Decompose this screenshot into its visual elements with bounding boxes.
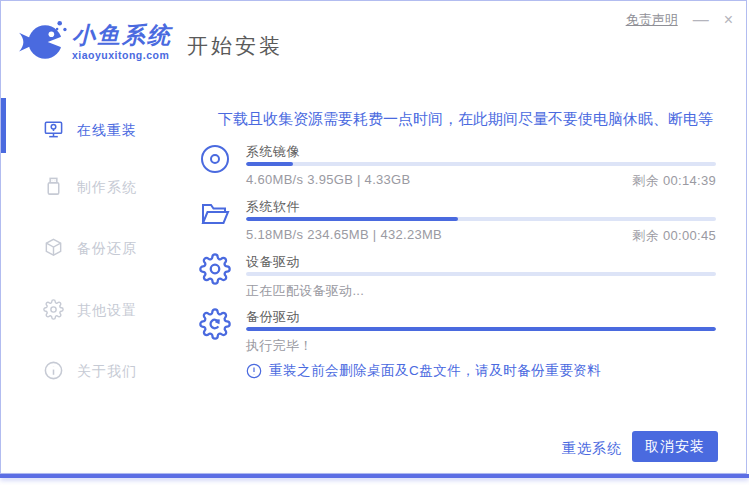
disc-icon [199,143,231,175]
window-bottom-strip [0,474,749,478]
gear-sync-icon [199,308,231,340]
task-row-system-software: 系统软件 5.18MB/s 234.65MB | 432.23MB 剩余 00:… [199,195,716,250]
task-row-backup-driver: 备份驱动 执行完毕！ [199,305,716,360]
sidebar-item-label: 关于我们 [77,363,137,381]
brand-block: 小鱼系统 xiaoyuxitong.com [72,22,172,61]
sidebar-item-label: 制作系统 [77,179,137,197]
task-status-left: 正在匹配设备驱动... [246,282,364,300]
reselect-system-link[interactable]: 重选系统 [559,440,625,458]
progress-fill [246,162,293,166]
task-status-left: 执行完毕！ [246,337,313,355]
task-row-device-driver: 设备驱动 正在匹配设备驱动... [199,250,716,305]
brand-domain: xiaoyuxitong.com [72,49,172,61]
monitor-reinstall-icon [43,119,64,143]
page-title: 开始安装 [187,32,283,60]
backup-warning: 重装之前会删除桌面及C盘文件，请及时备份重要资料 [246,362,601,380]
warning-icon [246,363,262,379]
task-remaining-time: 剩余 00:14:39 [632,172,716,190]
progress-fill [246,217,458,221]
warning-text: 重装之前会删除桌面及C盘文件，请及时备份重要资料 [269,362,601,380]
usb-drive-icon [43,176,64,200]
titlebar: 免责声明 — × [626,11,733,29]
progress-fill [246,327,716,331]
progress-bar [246,272,716,276]
task-remaining-time: 剩余 00:00:45 [632,227,716,245]
task-row-system-image: 系统镜像 4.60MB/s 3.95GB | 4.33GB 剩余 00:14:3… [199,140,716,195]
sidebar-item-backup-restore[interactable]: 备份还原 [43,236,137,262]
sidebar-item-other-settings[interactable]: 其他设置 [43,298,137,324]
minimize-button[interactable]: — [693,12,709,28]
folder-icon [199,198,231,230]
brand-name: 小鱼系统 [72,22,172,48]
active-item-indicator [1,98,6,153]
gear-icon [199,253,231,285]
task-status-left: 5.18MB/s 234.65MB | 432.23MB [246,227,442,245]
task-name: 设备驱动 [246,250,716,270]
gear-icon [43,299,64,323]
task-name: 系统软件 [246,195,716,215]
download-notice: 下载且收集资源需要耗费一点时间，在此期间尽量不要使电脑休眠、断电等 [213,110,718,129]
cancel-install-button[interactable]: 取消安装 [632,431,718,462]
sidebar-item-label: 备份还原 [77,240,137,258]
task-status-left: 4.60MB/s 3.95GB | 4.33GB [246,172,411,190]
close-button[interactable]: × [724,12,733,28]
task-name: 系统镜像 [246,140,716,160]
sidebar: 在线重装 制作系统 备份还原 [1,89,181,473]
sidebar-item-label: 其他设置 [77,302,137,320]
backup-box-icon [43,237,64,261]
sidebar-item-make-system[interactable]: 制作系统 [43,175,137,201]
task-list: 系统镜像 4.60MB/s 3.95GB | 4.33GB 剩余 00:14:3… [199,140,716,360]
sidebar-item-online-reinstall[interactable]: 在线重装 [43,118,137,144]
disclaimer-link[interactable]: 免责声明 [626,11,678,29]
progress-bar [246,327,716,331]
sidebar-item-about-us[interactable]: 关于我们 [43,359,137,385]
fish-logo-icon [17,17,67,67]
info-icon [43,360,64,384]
sidebar-item-label: 在线重装 [77,122,137,140]
task-name: 备份驱动 [246,305,716,325]
progress-bar [246,217,716,221]
progress-bar [246,162,716,166]
app-window: 小鱼系统 xiaoyuxitong.com 开始安装 免责声明 — × 在线重装 [0,0,747,474]
